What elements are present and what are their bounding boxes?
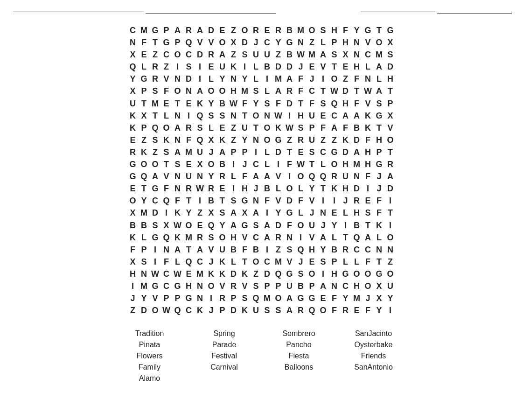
grid-cell: O	[295, 170, 307, 182]
grid-cell: J	[363, 292, 374, 304]
grid-row: HNWCWEMKKDKZDQGSOIHGOOGO	[127, 268, 396, 280]
grid-cell: Y	[217, 73, 228, 85]
grid-cell: H	[127, 268, 139, 280]
grid-cell: V	[195, 36, 206, 49]
grid-cell: I	[228, 182, 239, 195]
grid-cell: Z	[150, 49, 161, 61]
grid-cell: F	[239, 244, 251, 256]
grid-cell: J	[127, 292, 139, 304]
grid-cell: Q	[161, 231, 172, 244]
grid-cell: P	[172, 36, 183, 49]
grid-cell: S	[318, 98, 329, 110]
grid-cell: I	[161, 207, 172, 219]
grid-row: ZDOWQCKJPDKUSSARQOFREFYI	[127, 304, 396, 316]
grid-cell: N	[127, 36, 139, 49]
grid-cell: O	[363, 280, 374, 292]
grid-cell: N	[172, 110, 183, 122]
grid-cell: O	[351, 268, 363, 280]
grid-cell: G	[273, 134, 284, 146]
grid-cell: M	[139, 280, 150, 292]
grid-cell: S	[284, 244, 295, 256]
word-item: Friends	[336, 352, 411, 360]
grid-cell: A	[172, 24, 183, 36]
grid-cell: O	[329, 73, 340, 85]
grid-cell: N	[374, 244, 385, 256]
grid-cell: H	[363, 146, 374, 158]
grid-cell: X	[206, 207, 217, 219]
grid-cell: I	[295, 231, 307, 244]
grid-cell: L	[228, 256, 239, 268]
grid-cell: Y	[251, 98, 262, 110]
grid-cell: G	[340, 268, 351, 280]
grid-cell: S	[251, 85, 262, 97]
grid-cell: Z	[228, 24, 239, 36]
grid-cell: W	[363, 85, 374, 97]
grid-cell: A	[385, 170, 396, 182]
grid-cell: M	[183, 231, 195, 244]
grid-cell: M	[295, 24, 307, 36]
grid-cell: C	[363, 244, 374, 256]
grid-cell: K	[127, 122, 139, 134]
grid-cell: E	[295, 146, 307, 158]
grid-cell: T	[374, 24, 385, 36]
word-item	[336, 374, 411, 383]
grid-cell: B	[284, 49, 295, 61]
grid-cell: Y	[217, 219, 228, 231]
grid-cell: P	[161, 24, 172, 36]
word-item: Balloons	[262, 363, 336, 371]
grid-cell: E	[318, 292, 329, 304]
grid-cell: H	[329, 24, 340, 36]
grid-cell: H	[340, 98, 351, 110]
grid-cell: N	[351, 36, 363, 49]
grid-cell: C	[150, 195, 161, 207]
grid-cell: G	[363, 24, 374, 36]
word-item: Fiesta	[262, 352, 336, 360]
grid-cell: M	[262, 292, 273, 304]
grid-cell: F	[329, 292, 340, 304]
grid-cell: S	[228, 195, 239, 207]
grid-cell: K	[363, 122, 374, 134]
grid-cell: L	[139, 231, 150, 244]
grid-cell: R	[340, 304, 351, 316]
grid-cell: B	[295, 280, 307, 292]
grid-cell: H	[351, 61, 363, 73]
name-line	[146, 6, 276, 14]
grid-cell: W	[172, 219, 183, 231]
grid-cell: I	[273, 158, 284, 170]
grid-cell: P	[139, 85, 150, 97]
grid-cell: O	[206, 280, 217, 292]
grid-cell: Y	[273, 207, 284, 219]
grid-cell: U	[307, 110, 318, 122]
grid-row: XMDIKYZXSAXAIYGLJNELHSFT	[127, 207, 396, 219]
grid-cell: T	[307, 158, 318, 170]
grid-cell: L	[161, 110, 172, 122]
grid-cell: C	[329, 110, 340, 122]
grid-cell: G	[183, 292, 195, 304]
grid-cell: P	[329, 256, 340, 268]
grid-cell: H	[340, 158, 351, 170]
word-item: Sombrero	[262, 329, 336, 338]
grid-cell: F	[374, 195, 385, 207]
grid-cell: G	[284, 36, 295, 49]
grid-cell: I	[284, 170, 295, 182]
grid-cell: C	[183, 49, 195, 61]
grid-cell: R	[295, 304, 307, 316]
grid-cell: G	[295, 292, 307, 304]
grid-cell: A	[217, 146, 228, 158]
grid-cell: J	[374, 182, 385, 195]
grid-cell: P	[228, 292, 239, 304]
grid-cell: I	[195, 195, 206, 207]
grid-cell: M	[150, 98, 161, 110]
grid-cell: D	[228, 268, 239, 280]
grid-cell: U	[340, 170, 351, 182]
grid-cell: M	[273, 256, 284, 268]
grid-cell: O	[251, 256, 262, 268]
grid-row: UTMETEKYBWFYSFDTFSQHFVSP	[127, 98, 396, 110]
grid-cell: A	[228, 207, 239, 219]
word-list: TraditionSpringSombreroSanJacintoPinataP…	[0, 329, 523, 383]
grid-cell: J	[295, 61, 307, 73]
grid-cell: O	[273, 292, 284, 304]
grid-cell: T	[251, 122, 262, 134]
grid-cell: T	[284, 146, 295, 158]
grid-cell: F	[284, 219, 295, 231]
